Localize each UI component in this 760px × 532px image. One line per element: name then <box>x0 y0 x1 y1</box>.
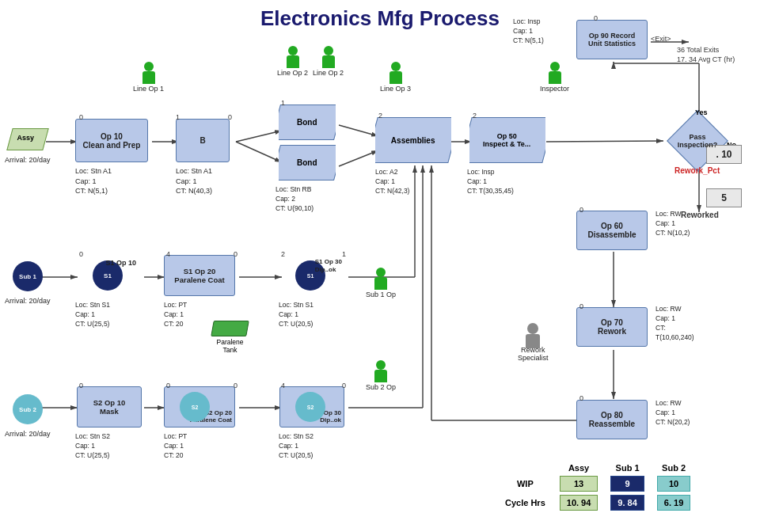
person-sub1-op: Sub 1 Op <box>366 268 396 298</box>
cycle-assy: 10. 94 <box>560 495 598 511</box>
badge-s2op20-out: 0 <box>234 382 238 390</box>
op90-info: Loc: InspCap: 1CT: N(5,1) <box>513 17 544 46</box>
inspector-label: Inspector <box>540 85 569 93</box>
s2op10-info: Loc: Stn S2Cap: 1CT: U(25,5) <box>75 432 110 461</box>
cycle-sub1: 9. 84 <box>610 495 644 511</box>
assemblies-info: Loc: A2Cap: 1CT: N(42,3) <box>375 168 409 196</box>
sub1-arrival: Arrival: 20/day <box>5 296 51 306</box>
svg-line-5 <box>339 125 378 136</box>
s1op30-container: S1 S1 Op 30Dip..ok <box>279 255 344 296</box>
op10-info: Loc: Stn A1Cap: 1CT: N(5,1) <box>75 166 112 196</box>
op80-box[interactable]: Op 80Reassemble <box>576 400 648 439</box>
person-line-op3: Line Op 3 <box>380 62 411 93</box>
badge-s1op30-in: 2 <box>281 250 285 258</box>
line-op3-label: Line Op 3 <box>380 85 411 93</box>
op60-box[interactable]: Op 60Disassemble <box>576 211 648 250</box>
opb-box[interactable]: B <box>176 119 230 162</box>
line-op1-label: Line Op 1 <box>133 85 164 93</box>
op50-container: Op 50Inspect & Te... <box>469 117 545 163</box>
s1op30-info: Loc: Stn S1Cap: 1CT: U(20,5) <box>279 301 314 329</box>
badge-op10-in: 0 <box>79 113 83 121</box>
svg-line-3 <box>236 131 282 142</box>
assemblies-container: Assemblies <box>375 117 451 163</box>
wip-table: Assy Sub 1 Sub 2 WIP 13 9 10 Cycle Hrs 1… <box>499 462 697 512</box>
sub1-op-label: Sub 1 Op <box>366 291 396 298</box>
op50-info: Loc: InspCap: 1CT: T(30,35,45) <box>467 168 514 196</box>
badge-s2op30-out: 0 <box>342 382 346 390</box>
op90-box[interactable]: Op 90 RecordUnit Statistics <box>576 20 648 59</box>
badge-asm-in: 2 <box>378 112 382 120</box>
s2op30-container: S2 S2 Op 30Dip..ok <box>279 386 344 428</box>
badge-s1op20-in: 4 <box>166 250 170 258</box>
badge-s1op20-out: 0 <box>234 250 238 258</box>
paralene-tank: ParaleneTank <box>212 321 248 354</box>
sub2-entity: Sub 2 <box>13 394 43 424</box>
badge-op90-in: 0 <box>594 14 598 22</box>
yes-label: Yes <box>695 108 708 116</box>
person-rework-spec: ReworkSpecialist <box>518 323 549 362</box>
s2op20-info: Loc: PTCap: 1CT: 20 <box>164 432 187 461</box>
op80-info: Loc: RWCap: 1CT: N(20,2) <box>656 399 690 428</box>
bond2-container: Bond <box>279 145 336 180</box>
total-exits: 36 Total Exits <box>677 46 719 54</box>
reworked-input[interactable]: 5 <box>706 188 742 207</box>
person-inspector: Inspector <box>540 62 569 93</box>
wip-sub1: 9 <box>610 476 644 492</box>
badge-s1op30-out: 1 <box>342 250 346 258</box>
line-op2a-label: Line Op 2 <box>277 69 308 77</box>
cycle-sub2: 6. 19 <box>657 495 690 511</box>
badge-op80-in: 0 <box>580 394 583 402</box>
bond1-container: Bond <box>279 104 336 140</box>
s2op10-box[interactable]: S2 Op 10Mask <box>77 386 142 428</box>
avg-ct: 17. 34 Avg CT (hr) <box>677 55 735 63</box>
wip-sub2: 10 <box>657 476 690 492</box>
rework-pct-label: Rework_Pct <box>674 166 720 175</box>
cycle-hrs-label: Cycle Hrs <box>499 493 553 512</box>
badge-s1op10-in: 0 <box>79 250 83 258</box>
badge-op50-in: 2 <box>473 112 477 120</box>
assy-entity: Assy <box>6 128 49 150</box>
svg-line-4 <box>236 142 282 162</box>
op70-box[interactable]: Op 70Rework <box>576 307 648 347</box>
svg-line-6 <box>339 150 378 166</box>
person-sub2-op: Sub 2 Op <box>366 360 396 391</box>
rework-spec-label: ReworkSpecialist <box>518 346 549 362</box>
badge-opb-in: 1 <box>176 113 180 121</box>
op60-info: Loc: RWCap: 1CT: N(10,2) <box>656 210 690 238</box>
op70-info: Loc: RWCap: 1CT:T(10,60,240) <box>656 305 694 343</box>
line-op2b-label: Line Op 2 <box>313 69 344 77</box>
wip-assy: 13 <box>560 476 598 492</box>
s2op20-container: S2 S2 Op 20Paralene Coat <box>164 386 235 428</box>
person-line-op2b: Line Op 2 <box>313 46 344 77</box>
badge-op60-in: 0 <box>580 206 583 214</box>
sub2-arrival: Arrival: 20/day <box>5 429 51 439</box>
op10-box[interactable]: Op 10Clean and Prep <box>75 119 148 162</box>
s1op10-container: S1 S1 Op 10 <box>77 255 140 296</box>
sub1-entity: Sub 1 <box>13 261 43 291</box>
badge-op70-in: 0 <box>580 302 583 310</box>
main-canvas: Electronics Mfg Process <box>0 0 760 532</box>
wip-label: WIP <box>499 474 553 493</box>
s2op30-info: Loc: Stn S2Cap: 1CT: U(20,5) <box>279 432 314 461</box>
bond-info: Loc: Stn RBCap: 2CT: U(90,10) <box>276 185 314 214</box>
s1op20-box[interactable]: S1 Op 20Paralene Coat <box>164 255 235 296</box>
opb-info: Loc: Stn A1Cap: 1CT: N(40,3) <box>176 166 212 196</box>
sub2-op-label: Sub 2 Op <box>366 383 396 391</box>
badge-s2op30-in: 4 <box>281 382 285 390</box>
badge-s2op10-in: 0 <box>79 382 83 390</box>
s1op20-info: Loc: PTCap: 1CT: 20 <box>164 301 187 329</box>
svg-line-8 <box>546 141 663 142</box>
s1op10-info: Loc: Stn S1Cap: 1CT: U(25,5) <box>75 301 110 329</box>
badge-s2op20-in: 0 <box>166 382 170 390</box>
person-line-op1: Line Op 1 <box>133 62 164 93</box>
badge-opb-out: 0 <box>228 113 232 121</box>
badge-bond-in: 1 <box>281 99 285 107</box>
person-line-op2a: Line Op 2 <box>277 46 308 77</box>
exit-label: <Exit> <box>651 35 671 43</box>
assy-arrival: Arrival: 20/day <box>5 155 51 165</box>
